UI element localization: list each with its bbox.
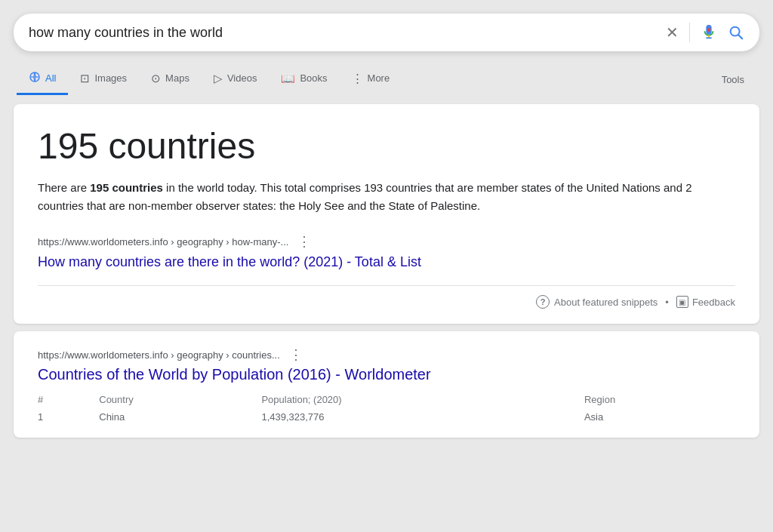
col-header-country: Country [99,391,261,408]
nav-tabs: All ⊡ Images ⊙ Maps ▷ Videos 📖 Books ⋮ M… [14,63,759,95]
answer-text: There are 195 countries in the world tod… [38,179,735,215]
row-population: 1,439,323,776 [261,408,584,426]
tab-images[interactable]: ⊡ Images [68,64,139,95]
result2-options-button[interactable]: ⋮ [289,346,303,363]
source-options-button[interactable]: ⋮ [297,233,311,250]
maps-icon: ⊙ [151,72,161,85]
more-icon: ⋮ [352,72,363,85]
col-header-num: # [38,391,99,408]
row-country: China [99,408,261,426]
feedback-label: Feedback [692,297,735,308]
books-icon: 📖 [281,72,295,85]
source-link[interactable]: How many countries are there in the worl… [38,253,735,272]
source-url-row: https://www.worldometers.info › geograph… [38,233,735,250]
tab-all-label: All [45,72,56,84]
question-icon: ? [536,295,550,309]
tab-all[interactable]: All [17,63,68,95]
search-button[interactable] [728,24,744,41]
tab-more[interactable]: ⋮ More [340,64,402,95]
tab-videos-label: Videos [227,72,257,84]
tab-books-label: Books [300,72,327,84]
search-bar-icons: ✕ [666,23,744,42]
tab-images-label: Images [94,72,127,84]
col-header-region: Region [584,391,735,408]
tab-books[interactable]: 📖 Books [269,64,339,95]
table-header-row: # Country Population; (2020) Region [38,391,735,408]
tab-maps[interactable]: ⊙ Maps [139,64,202,95]
tab-more-label: More [368,72,390,84]
source-url-text: https://www.worldometers.info › geograph… [38,236,288,248]
mic-icon [701,24,717,41]
search-input[interactable]: how many countries in the world [29,25,666,41]
tools-label: Tools [722,74,744,85]
featured-snippet-card: 195 countries There are 195 countries in… [14,104,759,324]
answer-heading: 195 countries [38,125,735,167]
mic-button[interactable] [701,24,717,41]
feedback-icon: ▣ [676,296,688,308]
result2-url-text: https://www.worldometers.info › geograph… [38,349,280,361]
tab-tools[interactable]: Tools [710,66,756,93]
result-card-2: https://www.worldometers.info › geograph… [14,331,759,438]
table-row: 1 China 1,439,323,776 Asia [38,408,735,426]
search-bar: how many countries in the world ✕ [14,14,759,51]
result2-table: # Country Population; (2020) Region 1 Ch… [38,391,735,426]
search-icon [728,24,744,41]
col-header-population: Population; (2020) [261,391,584,408]
about-snippets-label: About featured snippets [554,297,658,308]
divider [689,23,690,42]
svg-line-5 [738,35,742,38]
videos-icon: ▷ [214,72,223,85]
result2-url-row: https://www.worldometers.info › geograph… [38,346,735,363]
row-region: Asia [584,408,735,426]
about-snippets-button[interactable]: ? About featured snippets [536,295,658,309]
feedback-button[interactable]: ▣ Feedback [676,296,735,308]
bullet-separator: • [665,297,669,308]
tab-maps-label: Maps [165,72,189,84]
all-tab-icon [29,71,41,85]
svg-rect-1 [707,25,710,29]
clear-icon[interactable]: ✕ [666,23,679,42]
result2-link[interactable]: Countries of the World by Population (20… [38,366,735,383]
row-num: 1 [38,408,99,426]
snippet-footer: ? About featured snippets • ▣ Feedback [38,285,735,309]
images-icon: ⊡ [80,72,90,85]
tab-videos[interactable]: ▷ Videos [202,64,269,95]
